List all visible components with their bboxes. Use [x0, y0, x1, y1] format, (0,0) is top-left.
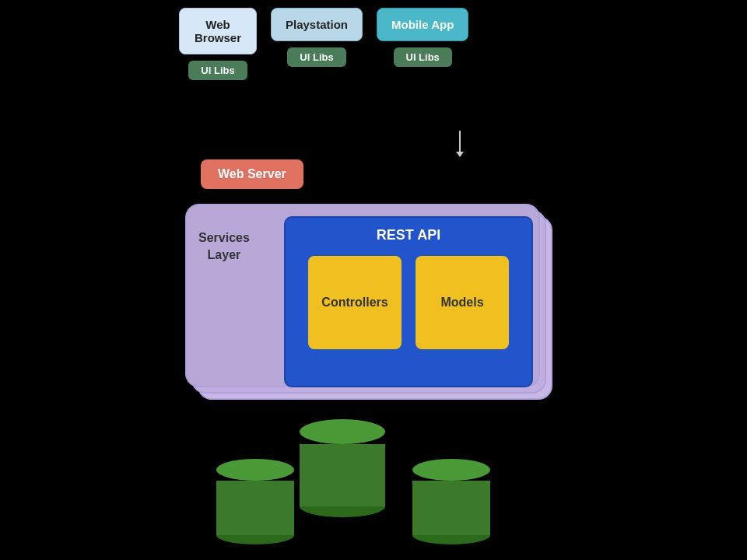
controllers-box: Controllers: [308, 256, 402, 349]
architecture-diagram: WebBrowser UI Libs Playstation UI Libs M…: [0, 0, 747, 560]
arrow-down-icon: [459, 131, 461, 152]
models-box: Models: [416, 256, 509, 349]
web-browser-ui-libs: UI Libs: [188, 61, 247, 80]
playstation-ui-libs: UI Libs: [287, 47, 345, 67]
client-boxes-group: WebBrowser UI Libs Playstation UI Libs M…: [179, 8, 468, 80]
web-server-box: Web Server: [201, 159, 303, 189]
web-browser-group: WebBrowser UI Libs: [179, 8, 257, 80]
database-right: [412, 459, 490, 544]
services-layer-label: ServicesLayer: [198, 229, 250, 264]
rest-api-inner: Controllers Models: [286, 250, 531, 355]
web-browser-label: WebBrowser: [195, 18, 241, 44]
playstation-group: Playstation UI Libs: [271, 8, 363, 67]
mobile-app-box: Mobile App: [377, 8, 468, 41]
db-center-top: [300, 419, 385, 444]
playstation-label: Playstation: [286, 18, 348, 31]
db-right-top: [412, 459, 490, 481]
mobile-app-label: Mobile App: [391, 18, 454, 31]
web-browser-box: WebBrowser: [179, 8, 257, 54]
controllers-label: Controllers: [321, 296, 388, 310]
models-label: Models: [440, 296, 483, 310]
db-left-body: [216, 481, 294, 535]
db-right-body: [412, 481, 490, 535]
rest-api-title: REST API: [286, 218, 531, 250]
database-center: [300, 419, 385, 517]
playstation-box: Playstation: [271, 8, 363, 41]
rest-api-box: REST API Controllers Models: [284, 216, 533, 387]
database-left: [216, 459, 294, 544]
mobile-app-ui-libs: UI Libs: [394, 47, 452, 67]
mobile-app-group: Mobile App UI Libs: [377, 8, 468, 67]
db-left-top: [216, 459, 294, 481]
web-server-label: Web Server: [218, 167, 286, 180]
db-center-body: [300, 444, 385, 506]
services-layer-text: ServicesLayer: [198, 231, 250, 261]
